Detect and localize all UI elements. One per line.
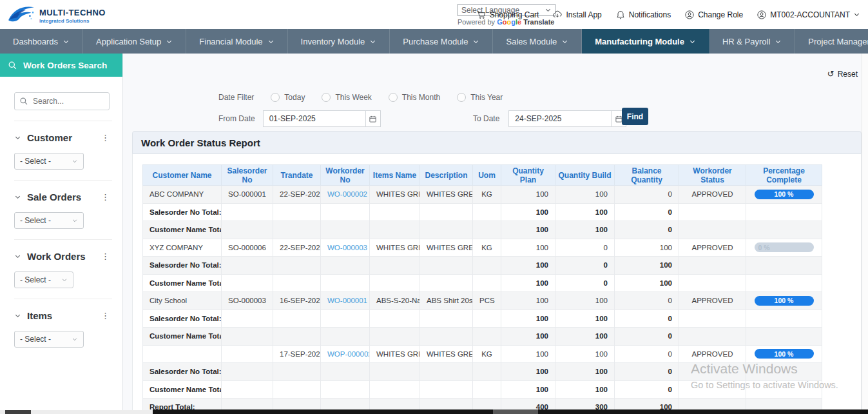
radio-this-month[interactable]: This Month	[389, 93, 440, 102]
customer-select[interactable]: - Select -	[14, 153, 84, 170]
kebab-menu-icon[interactable]: ⋮	[99, 311, 112, 320]
cell: 22-SEP-2025	[273, 186, 321, 204]
column-header: Items Name	[370, 165, 420, 186]
total-label: Customer Name Total:	[143, 274, 222, 292]
account-menu[interactable]: MT002-ACCOUNTANT	[757, 10, 860, 20]
items-select[interactable]: - Select -	[14, 331, 84, 348]
header-actions: Shopping Cart Install App Notifications …	[476, 0, 860, 29]
radio-circle[interactable]	[322, 93, 331, 102]
customer-cell: City School	[143, 292, 222, 310]
percentage-cell	[746, 380, 822, 399]
section-toggle-sale-orders[interactable]: Sale Orders ⋮	[14, 192, 112, 202]
shopping-cart-button[interactable]: Shopping Cart	[476, 10, 539, 20]
table-horizontal-scrollbar-thumb[interactable]	[493, 409, 538, 414]
kebab-menu-icon[interactable]: ⋮	[99, 192, 112, 202]
cell	[420, 363, 473, 381]
cell	[321, 310, 370, 328]
chevron-down-icon	[14, 312, 21, 319]
chevron-down-icon	[72, 336, 78, 342]
cell	[473, 274, 501, 292]
section-toggle-work-orders[interactable]: Work Orders ⋮	[14, 251, 112, 262]
radio-circle[interactable]	[389, 93, 398, 102]
nav-item-inventory-module[interactable]: Inventory Module	[288, 29, 391, 54]
quantity-cell: 100	[555, 292, 615, 310]
quantity-cell: 100	[555, 310, 615, 328]
workorder-link[interactable]: WO-000003	[327, 244, 367, 251]
total-row: Customer Name Total:1000100	[143, 274, 822, 292]
workorder-link[interactable]: WO-000001	[327, 297, 367, 304]
section-toggle-customer[interactable]: Customer ⋮	[14, 132, 112, 143]
cell	[273, 380, 321, 399]
to-date-input[interactable]: 24-SEP-2025	[508, 110, 612, 127]
work-orders-select[interactable]: - Select -	[14, 271, 73, 288]
cell: KG	[473, 186, 501, 204]
radio-circle[interactable]	[271, 93, 280, 102]
cell: PCS	[473, 292, 501, 310]
cell	[420, 380, 473, 399]
cell: APPROVED	[679, 292, 746, 310]
quantity-cell: 100	[555, 328, 615, 346]
progress-bar: 100 %	[755, 296, 814, 306]
cell	[420, 257, 473, 275]
shopping-cart-icon	[476, 10, 487, 20]
quantity-cell: 100	[501, 203, 555, 221]
install-app-button[interactable]: Install App	[552, 10, 601, 20]
percentage-cell: 100 %	[746, 186, 822, 204]
total-row: Customer Name Total:1001000	[143, 328, 822, 346]
search-input[interactable]	[14, 92, 110, 110]
cell	[679, 274, 746, 292]
change-role-button[interactable]: Change Role	[684, 10, 743, 20]
section-toggle-items[interactable]: Items ⋮	[14, 310, 112, 321]
reset-button[interactable]: ↺ Reset	[827, 69, 858, 79]
radio-this-week[interactable]: This Week	[322, 93, 371, 102]
table-row: XYZ COMPANYSO-00000622-SEP-2025WO-000003…	[143, 239, 822, 257]
percentage-cell	[746, 203, 822, 221]
total-label: Customer Name Total:	[143, 221, 222, 239]
percentage-cell: 0 %	[746, 239, 822, 257]
nav-item-project-management[interactable]: Project Management	[795, 29, 868, 54]
cell	[473, 203, 501, 221]
vertical-scrollbar[interactable]	[862, 54, 868, 410]
workorder-link[interactable]: WO-000002	[327, 190, 367, 198]
nav-item-purchase-module[interactable]: Purchase Module	[390, 29, 493, 54]
cell	[321, 257, 370, 275]
nav-item-dashboards[interactable]: Dashboards	[0, 29, 83, 54]
cell	[420, 310, 473, 328]
cell	[222, 310, 273, 328]
quantity-cell: 100	[501, 345, 555, 363]
radio-this-year[interactable]: This Year	[457, 93, 503, 102]
from-date-input[interactable]: 01-SEP-2025	[263, 110, 366, 127]
kebab-menu-icon[interactable]: ⋮	[99, 133, 112, 143]
total-row: Customer Name Total:1001000	[143, 221, 822, 239]
quantity-cell: 100	[501, 292, 555, 310]
radio-today[interactable]: Today	[271, 93, 305, 102]
nav-item-application-setup[interactable]: Application Setup	[83, 29, 186, 54]
horizontal-scrollbar-thumb[interactable]	[5, 410, 31, 414]
nav-item-hr-payroll[interactable]: HR & Payroll	[709, 29, 795, 54]
cell	[222, 345, 273, 363]
quantity-cell: 100	[501, 274, 555, 292]
percentage-cell	[746, 274, 822, 292]
cell	[679, 328, 746, 346]
work-order-status-table: Customer NameSalesorder NoTrandateWorkor…	[142, 164, 822, 414]
search-icon	[19, 97, 28, 106]
sale-orders-select[interactable]: - Select -	[14, 212, 84, 229]
workorder-link[interactable]: WOP-000002	[327, 350, 370, 358]
kebab-menu-icon[interactable]: ⋮	[99, 251, 112, 261]
from-date-calendar-button[interactable]	[366, 110, 381, 127]
to-date-group: To Date 24-SEP-2025	[473, 110, 626, 127]
radio-circle[interactable]	[457, 93, 466, 102]
from-date-label: From Date	[218, 114, 255, 123]
notifications-button[interactable]: Notifications	[615, 10, 671, 20]
find-button[interactable]: Find	[622, 108, 648, 125]
report-title: Work Order Status Report	[141, 137, 260, 148]
nav-item-financial-module[interactable]: Financial Module	[186, 29, 287, 54]
total-label: Salesorder No Total:	[143, 257, 222, 275]
total-label: Salesorder No Total:	[143, 363, 222, 381]
sidebar-header[interactable]: Work Orders Search	[0, 54, 122, 77]
nav-item-manufacturing-module[interactable]: Manufacturing Module	[582, 29, 709, 54]
cell	[273, 274, 321, 292]
nav-item-sales-module[interactable]: Sales Module	[493, 29, 582, 54]
cell	[321, 328, 370, 346]
chevron-down-icon	[14, 193, 21, 201]
